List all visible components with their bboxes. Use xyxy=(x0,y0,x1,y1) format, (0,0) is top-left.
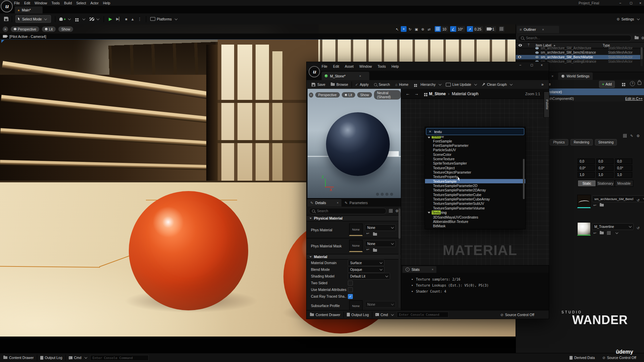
mat-search-button[interactable]: Search xyxy=(374,82,390,86)
stats-close-icon[interactable]: × xyxy=(432,268,433,271)
show-button[interactable]: Show xyxy=(58,26,73,32)
node-search-result[interactable]: SpriteTextureSampler xyxy=(425,161,525,166)
breadcrumb-page[interactable]: Material Graph xyxy=(452,92,478,96)
preview-mini-controls[interactable] xyxy=(376,193,393,196)
details-view-icon[interactable] xyxy=(389,209,393,213)
category-tab[interactable]: Streaming xyxy=(595,139,617,145)
node-search-result[interactable]: TextureSampleParameterCubeArray xyxy=(425,197,525,201)
section-material[interactable]: Material xyxy=(307,254,401,259)
add-actor-button[interactable]: + xyxy=(59,17,70,21)
tab-main-level[interactable]: ▲ Main* xyxy=(15,6,43,13)
checker-icon[interactable] xyxy=(607,231,611,235)
tab-details[interactable]: ✎ Details × xyxy=(307,199,341,206)
source-control-button[interactable]: ⊘Source Control Off xyxy=(602,356,636,360)
transform-field[interactable]: 0,0° xyxy=(615,165,632,171)
lock-icon[interactable] xyxy=(638,81,641,85)
category-tab[interactable]: Rendering xyxy=(571,139,593,145)
details-gear-icon[interactable]: ⚙ xyxy=(637,134,640,138)
material-dropdown[interactable]: M_Travertine xyxy=(592,223,634,230)
mat-source-control-button[interactable]: ⊘Source Control Off xyxy=(500,313,534,317)
mat-apply-button[interactable]: ✓Apply xyxy=(355,82,369,86)
node-search-result[interactable]: BitMask xyxy=(425,224,525,228)
node-search-result[interactable]: ParticleSubUV xyxy=(425,148,525,152)
transform-field[interactable]: 1,0 xyxy=(596,172,613,178)
menu-tools[interactable]: Tools xyxy=(51,1,60,5)
mobility-option[interactable]: Static xyxy=(578,180,596,187)
node-search-result[interactable]: TextureSampleParameterVolume xyxy=(425,206,525,210)
play-icon[interactable]: ▶ xyxy=(109,16,112,21)
mobility-option[interactable]: Stationary xyxy=(596,180,614,187)
outliner-row[interactable]: sm_architecture_SM_BenchMarble StaticMes… xyxy=(516,55,640,59)
phys-use-selected-icon[interactable]: ↩ xyxy=(366,231,369,235)
transform-field[interactable]: 1,0 xyxy=(615,172,632,178)
node-search-result[interactable]: AbberatedBlur-Texture xyxy=(425,219,525,224)
node-search-scrollbar[interactable] xyxy=(523,159,525,199)
menu-window[interactable]: Window xyxy=(35,1,47,5)
mat-browse-button[interactable]: Browse xyxy=(331,82,348,86)
blueprint-script-icon[interactable] xyxy=(622,83,624,84)
platforms-button[interactable]: Platforms xyxy=(150,17,177,21)
mobility-option[interactable]: Movable xyxy=(615,180,633,187)
lit-button[interactable]: Lit xyxy=(42,26,56,32)
blend-mode-dropdown[interactable]: Opaque xyxy=(348,266,384,273)
mat-minimize-icon[interactable]: − xyxy=(519,63,521,67)
nav-back-icon[interactable]: ← xyxy=(406,91,410,96)
details-settings-gear-icon[interactable]: ⚙ xyxy=(395,209,398,213)
frame-skip-icon[interactable]: ▶▏ xyxy=(116,17,122,21)
outliner-row[interactable]: sm_architecture_SM_Architecture StaticMe… xyxy=(516,46,640,50)
material-thumbnail[interactable] xyxy=(577,222,591,236)
static-mesh-dropdown[interactable]: sm_architecture_SM_Bencl xyxy=(592,195,644,202)
viewport-layout-icon[interactable] xyxy=(499,26,504,32)
outliner-close-icon[interactable]: × xyxy=(542,27,544,32)
mat-maximize-icon[interactable]: ▢ xyxy=(530,63,533,67)
play-options-kebab-icon[interactable]: ⋮ xyxy=(138,17,142,21)
details-search-input[interactable]: Search xyxy=(309,208,386,214)
tab-outliner[interactable]: ≡ Outliner × xyxy=(517,26,559,33)
node-search-result[interactable]: TextureSample xyxy=(425,179,525,183)
camera-speed-button[interactable]: 1 xyxy=(485,26,496,32)
transform-field[interactable]: 1,0 xyxy=(578,172,595,178)
mat-live-update-button[interactable]: Live Update xyxy=(446,82,477,86)
tab-stats[interactable]: i Stats × xyxy=(402,266,436,273)
save-level-icon[interactable] xyxy=(4,17,8,21)
menu-build[interactable]: Build xyxy=(64,1,72,5)
preview-options-icon[interactable]: ≡ xyxy=(309,93,313,98)
stop-icon[interactable]: ■ xyxy=(125,17,127,21)
use-selected-material-icon[interactable]: ↩ xyxy=(593,231,596,235)
nav-forward-icon[interactable]: → xyxy=(414,91,419,96)
toolbar-overflow-icon[interactable]: » xyxy=(541,82,544,87)
scale-snap-button[interactable]: ↗ 0.25 xyxy=(467,26,483,32)
details-scrollbar[interactable] xyxy=(398,207,400,308)
transform-field[interactable]: 0,0 xyxy=(578,159,595,164)
mat-output-log-button[interactable]: Output Log xyxy=(347,313,369,317)
menu-file[interactable]: File xyxy=(14,1,20,5)
subsurface-thumbnail[interactable]: None xyxy=(349,300,363,310)
browse-to-asset-icon[interactable] xyxy=(600,204,604,206)
help-icon[interactable]: ? xyxy=(630,81,635,86)
subsurface-dropdown[interactable]: None xyxy=(365,301,396,308)
phys-browse-icon[interactable] xyxy=(373,233,377,236)
select-mode-button[interactable]: Select Mode xyxy=(15,15,51,23)
details-tab-close-icon[interactable]: × xyxy=(551,74,553,78)
node-search-result[interactable]: TextureSampleParameterCube xyxy=(425,192,525,197)
preview-profile-button[interactable]: Neutral (Shared) xyxy=(374,90,401,100)
material-editor-titlebar[interactable]: File Edit Asset Window Tools Help − ▢ × xyxy=(307,62,549,71)
derived-data-button[interactable]: Derived Data xyxy=(570,356,595,360)
outliner-row[interactable]: sm_architecture_SM_benchEntrance StaticM… xyxy=(516,50,640,55)
viewport-options-icon[interactable]: ≡ xyxy=(3,26,8,32)
breadcrumb-root[interactable]: M_Stone xyxy=(429,92,446,96)
preview-lit-button[interactable]: Lit xyxy=(342,92,355,98)
node-search-result[interactable]: TextureSampleParameterSubUV xyxy=(425,201,525,206)
menu-help[interactable]: Help xyxy=(103,1,110,5)
settings-button[interactable]: ⚙ Settings xyxy=(616,17,639,21)
mat-save-button[interactable]: Save xyxy=(311,82,325,87)
node-search-result[interactable]: FontSample xyxy=(425,139,525,143)
mat-menu-window[interactable]: Window xyxy=(359,64,372,68)
create-folder-icon[interactable] xyxy=(635,37,639,39)
tab-world-settings[interactable]: World Settings xyxy=(558,72,593,80)
content-drawer-button[interactable]: Content Drawer xyxy=(3,356,34,360)
menu-edit[interactable]: Edit xyxy=(24,1,30,5)
details-display-grid-icon[interactable] xyxy=(623,134,627,138)
mat-content-drawer-button[interactable]: Content Drawer xyxy=(310,313,340,317)
phys-material-dropdown[interactable]: None xyxy=(365,224,396,231)
